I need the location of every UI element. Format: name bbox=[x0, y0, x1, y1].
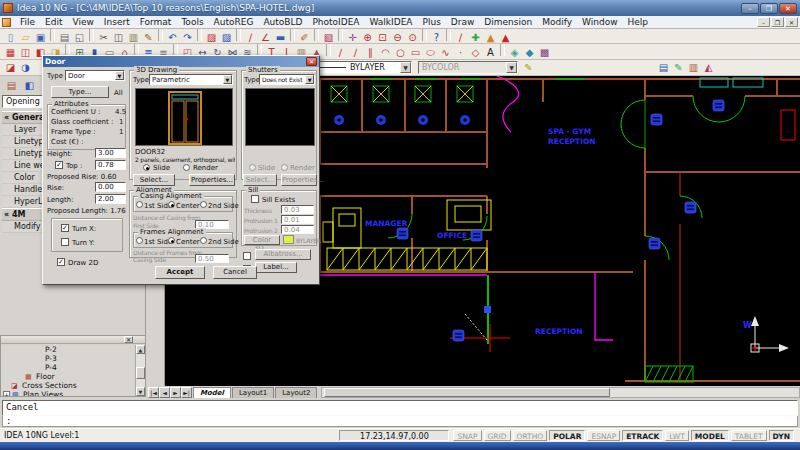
zoom-window-icon[interactable]: ⊡ bbox=[375, 31, 390, 44]
tree-item-floor[interactable]: ▦Floor bbox=[1, 372, 134, 381]
menu-draw[interactable]: Draw bbox=[446, 17, 480, 27]
all-label[interactable]: All bbox=[114, 89, 123, 97]
turn-y-checkbox[interactable] bbox=[61, 238, 69, 246]
tree-item-p-4[interactable]: P-4 bbox=[1, 363, 134, 372]
maximize-button[interactable]: ❐ bbox=[760, 3, 778, 14]
walk3d-icon[interactable]: ◑ bbox=[18, 61, 33, 74]
shutters-type-combo[interactable]: Does not Exist▼ bbox=[259, 74, 315, 85]
close-icon[interactable]: ✕ bbox=[124, 336, 133, 343]
tab-layout1[interactable]: Layout1 bbox=[232, 387, 274, 398]
casing-center-radio[interactable] bbox=[168, 201, 175, 208]
tab-model[interactable]: Model bbox=[193, 387, 231, 398]
idea-cube-icon[interactable]: ◪ bbox=[3, 61, 18, 74]
layers-panel-icon[interactable]: ▲ bbox=[498, 31, 513, 44]
osnap-icon[interactable]: ◈ bbox=[507, 46, 522, 59]
toggle-esnap[interactable]: ESNAP bbox=[587, 430, 620, 441]
command-history[interactable]: Cancel bbox=[2, 400, 798, 416]
close-button[interactable]: ✕ bbox=[779, 3, 797, 14]
copy-icon[interactable]: ◫ bbox=[111, 31, 126, 44]
tab-prev-button[interactable]: ◄ bbox=[159, 387, 170, 398]
menu-modify[interactable]: Modify bbox=[537, 17, 577, 27]
minimize-button[interactable]: – bbox=[741, 3, 759, 14]
menu-window[interactable]: Window bbox=[577, 17, 623, 27]
snap-add-icon[interactable]: ✚ bbox=[468, 31, 483, 44]
help-icon[interactable]: ? bbox=[429, 31, 444, 44]
line-draw-icon[interactable]: ∕ bbox=[243, 31, 258, 44]
tree-item-plan-views[interactable]: +▤Plan Views bbox=[1, 390, 134, 396]
redo-icon[interactable]: ↷ bbox=[180, 31, 195, 44]
toggle-tablet[interactable]: TABLET bbox=[731, 430, 767, 441]
coordinates-readout[interactable]: 17.23,14.97,0.00 bbox=[339, 430, 449, 441]
frames-1st-radio[interactable] bbox=[136, 237, 143, 244]
menu-help[interactable]: Help bbox=[623, 17, 654, 27]
layer-check-icon[interactable]: ▨ bbox=[204, 31, 219, 44]
menu-tools[interactable]: Tools bbox=[176, 17, 208, 27]
albatross-checkbox[interactable] bbox=[243, 252, 251, 260]
print-preview-icon[interactable]: ◱ bbox=[72, 31, 87, 44]
image-icon[interactable]: ▧ bbox=[321, 31, 336, 44]
cut-icon[interactable]: ✂ bbox=[96, 31, 111, 44]
paste-icon[interactable]: ▥ bbox=[126, 31, 141, 44]
chevron-down-icon[interactable]: ▼ bbox=[115, 71, 124, 80]
polyline-draw-icon[interactable]: ∠ bbox=[258, 31, 273, 44]
door-type-combo[interactable]: Door▼ bbox=[65, 70, 125, 81]
label-button[interactable]: Label... bbox=[255, 262, 297, 273]
casing-2nd-radio[interactable] bbox=[200, 201, 207, 208]
properties-button[interactable]: Properties... bbox=[189, 174, 235, 186]
slide-radio[interactable] bbox=[143, 164, 150, 171]
menu-photoidea[interactable]: PhotoIDEA bbox=[307, 17, 364, 27]
title-bar[interactable]: Idea 10 NG - [C:\4M\IDEA\Top 10 reasons\… bbox=[0, 0, 800, 16]
polygon-icon[interactable]: ◇ bbox=[468, 46, 483, 59]
tree-panel-header[interactable]: ✕ bbox=[1, 336, 145, 344]
render-radio[interactable] bbox=[183, 164, 190, 171]
frames-center-radio[interactable] bbox=[168, 237, 175, 244]
xyz-view-icon[interactable]: ◧ bbox=[22, 79, 37, 92]
zoom-previous-icon[interactable]: ⊖ bbox=[390, 31, 405, 44]
scroll-up-icon[interactable]: ▲ bbox=[136, 345, 145, 354]
warning-icon[interactable]: ▲ bbox=[483, 31, 498, 44]
undo-icon[interactable]: ↶ bbox=[165, 31, 180, 44]
point-icon[interactable]: · bbox=[453, 46, 468, 59]
linetype-icon[interactable]: ▬ bbox=[273, 31, 288, 44]
expander-icon[interactable]: + bbox=[3, 391, 10, 396]
chevron-down-icon[interactable]: ▼ bbox=[223, 75, 232, 84]
pencil-icon[interactable]: ✐ bbox=[297, 31, 312, 44]
tree-item-cross-sections[interactable]: ◪Cross Sections bbox=[1, 381, 134, 390]
render-icon[interactable]: ◆ bbox=[522, 46, 537, 59]
plot-style-icon[interactable]: ▥ bbox=[686, 61, 701, 74]
length-field[interactable]: 2.00 bbox=[95, 194, 126, 204]
print-icon[interactable]: ▤ bbox=[57, 31, 72, 44]
menu-autoreg[interactable]: AutoREG bbox=[209, 17, 259, 27]
frames-2nd-radio[interactable] bbox=[200, 237, 207, 244]
scroll-down-icon[interactable]: ▼ bbox=[136, 387, 145, 396]
chevron-down-icon[interactable]: ▼ bbox=[400, 62, 411, 73]
spline-icon[interactable]: ∿ bbox=[438, 46, 453, 59]
toggle-lwt[interactable]: LWT bbox=[665, 430, 689, 441]
properties-icon[interactable]: ▤ bbox=[656, 61, 671, 74]
linetype-manager-icon[interactable]: ✎ bbox=[521, 61, 536, 74]
menu-walkidea[interactable]: WalkIDEA bbox=[365, 17, 418, 27]
drawing3d-type-combo[interactable]: Parametric▼ bbox=[149, 74, 233, 85]
open-icon[interactable]: ▱ bbox=[18, 31, 33, 44]
match-properties-icon[interactable]: ✎ bbox=[671, 61, 686, 74]
circle-icon[interactable]: ○ bbox=[393, 46, 408, 59]
top-checkbox[interactable]: ✓ bbox=[55, 161, 63, 169]
toggle-model[interactable]: MODEL bbox=[691, 430, 729, 441]
polyline-icon[interactable]: ∕ bbox=[348, 46, 363, 59]
draw-2d-checkbox[interactable]: ✓ bbox=[57, 258, 65, 266]
scrollbar-thumb[interactable] bbox=[324, 388, 610, 397]
rise-field[interactable]: 0.00 bbox=[95, 182, 126, 192]
doc-minimize-button[interactable]: – bbox=[757, 17, 770, 27]
pan-icon[interactable]: ✛ bbox=[345, 31, 360, 44]
menu-edit[interactable]: Edit bbox=[40, 17, 67, 27]
toggle-ortho[interactable]: ORTHO bbox=[513, 430, 548, 441]
tree-item-p-2[interactable]: P-2 bbox=[1, 345, 134, 354]
top-field[interactable]: 0.78 bbox=[95, 160, 126, 170]
rectangle-icon[interactable]: ▭ bbox=[408, 46, 423, 59]
tab-layout2[interactable]: Layout2 bbox=[275, 387, 317, 398]
double-line-icon[interactable]: ∥ bbox=[363, 46, 378, 59]
tab-first-button[interactable]: |◄ bbox=[148, 387, 159, 398]
format-painter-icon[interactable]: ✎ bbox=[141, 31, 156, 44]
tree-item-p-3[interactable]: P-3 bbox=[1, 354, 134, 363]
menu-view[interactable]: View bbox=[68, 17, 99, 27]
